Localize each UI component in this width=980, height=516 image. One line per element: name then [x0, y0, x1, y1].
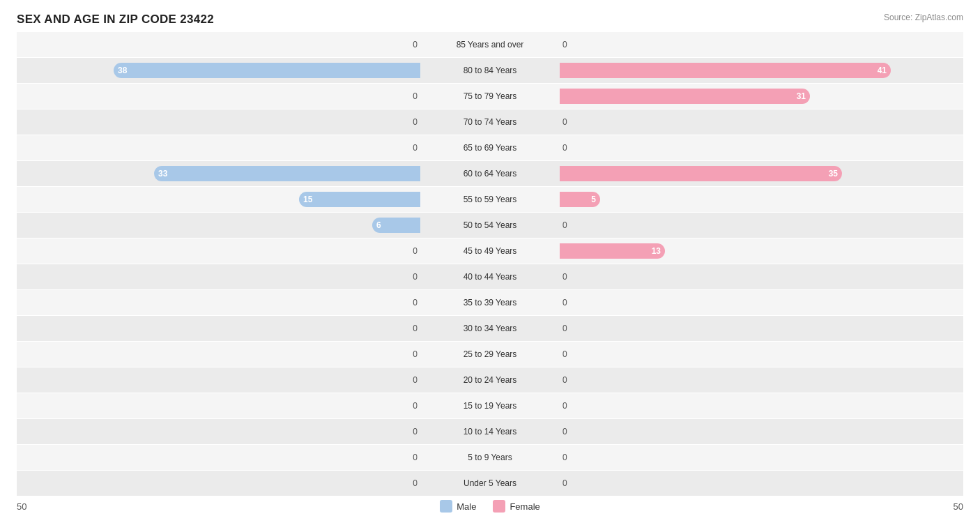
male-value-zero: 0	[413, 349, 418, 359]
female-legend-box	[493, 500, 505, 513]
male-value-zero: 0	[413, 143, 418, 153]
male-side: 0	[17, 32, 420, 57]
female-bar: 5	[560, 192, 600, 207]
female-side: 0	[560, 367, 963, 393]
female-side: 41	[560, 58, 963, 83]
female-value-zero: 0	[562, 220, 567, 230]
bar-row: 650 to 54 Years0	[17, 213, 963, 238]
male-value-zero: 0	[413, 401, 418, 411]
female-side: 31	[560, 84, 963, 109]
right-axis-label: 50	[908, 501, 963, 512]
age-range-label: 65 to 69 Years	[420, 143, 560, 153]
female-side: 0	[560, 135, 963, 160]
male-value-zero: 0	[413, 375, 418, 385]
female-bar: 35	[560, 166, 842, 181]
female-value-zero: 0	[562, 427, 567, 437]
female-side: 13	[560, 238, 963, 264]
age-range-label: Under 5 Years	[420, 478, 560, 488]
bar-row: 085 Years and over0	[17, 32, 963, 57]
female-value-zero: 0	[562, 298, 567, 308]
female-value-zero: 0	[562, 453, 567, 462]
age-range-label: 80 to 84 Years	[420, 66, 560, 75]
bar-row: 045 to 49 Years13	[17, 238, 963, 264]
age-range-label: 45 to 49 Years	[420, 246, 560, 256]
female-side: 0	[560, 264, 963, 289]
female-value-zero: 0	[562, 324, 567, 333]
male-value-zero: 0	[413, 427, 418, 437]
female-value: 41	[878, 66, 887, 75]
age-range-label: 25 to 29 Years	[420, 349, 560, 359]
male-side: 0	[17, 290, 420, 315]
chart-container: SEX AND AGE IN ZIP CODE 23422 Source: Zi…	[0, 0, 980, 516]
male-side: 0	[17, 342, 420, 367]
age-range-label: 70 to 74 Years	[420, 117, 560, 127]
female-side: 0	[560, 109, 963, 135]
bar-row: 075 to 79 Years31	[17, 84, 963, 109]
female-value-zero: 0	[562, 349, 567, 359]
legend-female: Female	[493, 500, 539, 513]
male-side: 33	[17, 161, 420, 186]
age-range-label: 10 to 14 Years	[420, 427, 560, 437]
male-value-zero: 0	[413, 324, 418, 333]
male-value-zero: 0	[413, 40, 418, 50]
female-side: 0	[560, 213, 963, 238]
female-value-zero: 0	[562, 40, 567, 50]
age-range-label: 30 to 34 Years	[420, 324, 560, 333]
female-side: 0	[560, 393, 963, 418]
male-side: 0	[17, 109, 420, 135]
male-bar: 38	[114, 63, 420, 78]
age-range-label: 55 to 59 Years	[420, 195, 560, 204]
male-side: 0	[17, 135, 420, 160]
male-side: 0	[17, 419, 420, 444]
chart-header: SEX AND AGE IN ZIP CODE 23422 Source: Zi…	[17, 13, 963, 26]
male-legend-label: Male	[457, 501, 476, 512]
male-side: 0	[17, 238, 420, 264]
female-side: 0	[560, 342, 963, 367]
age-range-label: 5 to 9 Years	[420, 453, 560, 462]
male-value-zero: 0	[413, 453, 418, 462]
male-value-zero: 0	[413, 246, 418, 256]
male-value: 33	[158, 169, 167, 179]
male-side: 6	[17, 213, 420, 238]
female-bar: 41	[560, 63, 891, 78]
male-side: 0	[17, 84, 420, 109]
male-bar: 6	[372, 218, 420, 233]
female-bar: 31	[560, 89, 810, 104]
age-range-label: 75 to 79 Years	[420, 91, 560, 101]
chart-area: 085 Years and over03880 to 84 Years41075…	[17, 32, 963, 496]
male-side: 0	[17, 445, 420, 470]
male-value-zero: 0	[413, 91, 418, 101]
female-value: 35	[829, 169, 838, 179]
male-value-zero: 0	[413, 298, 418, 308]
bar-row: 065 to 69 Years0	[17, 135, 963, 160]
male-bar: 33	[154, 166, 420, 181]
chart-footer: 50 Male Female 50	[17, 500, 963, 513]
bar-row: 1555 to 59 Years5	[17, 187, 963, 212]
bar-row: 010 to 14 Years0	[17, 419, 963, 444]
male-side: 38	[17, 58, 420, 83]
bar-row: 3360 to 64 Years35	[17, 161, 963, 186]
female-legend-label: Female	[510, 501, 539, 512]
male-side: 0	[17, 471, 420, 496]
bar-row: 3880 to 84 Years41	[17, 58, 963, 83]
female-value-zero: 0	[562, 143, 567, 153]
female-value-zero: 0	[562, 478, 567, 488]
age-range-label: 15 to 19 Years	[420, 401, 560, 411]
male-legend-box	[440, 500, 452, 513]
female-value-zero: 0	[562, 375, 567, 385]
female-side: 5	[560, 187, 963, 212]
female-value: 5	[591, 195, 596, 204]
age-range-label: 20 to 24 Years	[420, 375, 560, 385]
bar-row: 0Under 5 Years0	[17, 471, 963, 496]
female-side: 0	[560, 290, 963, 315]
bar-row: 030 to 34 Years0	[17, 316, 963, 341]
female-value-zero: 0	[562, 117, 567, 127]
bar-row: 05 to 9 Years0	[17, 445, 963, 470]
male-value-zero: 0	[413, 272, 418, 282]
female-side: 0	[560, 316, 963, 341]
left-axis-label: 50	[17, 501, 72, 512]
bar-row: 070 to 74 Years0	[17, 109, 963, 135]
female-value-zero: 0	[562, 401, 567, 411]
bar-row: 025 to 29 Years0	[17, 342, 963, 367]
female-side: 0	[560, 419, 963, 444]
